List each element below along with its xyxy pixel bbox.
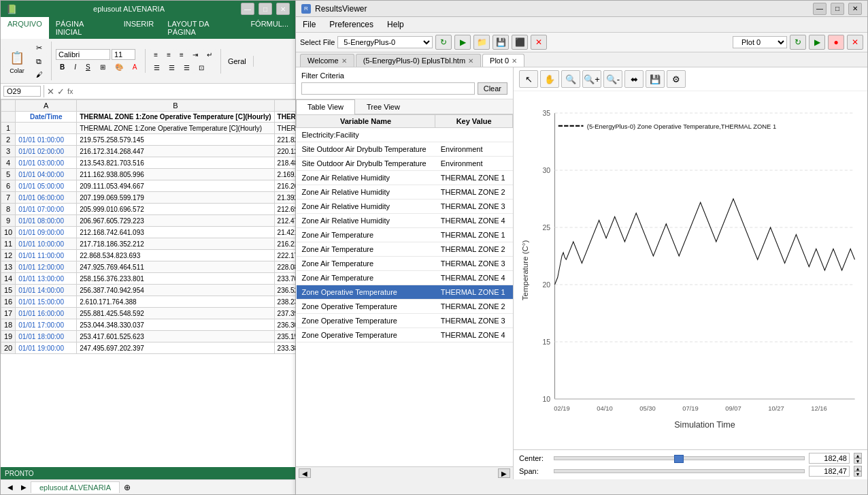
align-center-top[interactable]: ≡ bbox=[163, 49, 175, 61]
cell-a[interactable]: 01/01 19:00:00 bbox=[16, 342, 77, 354]
menu-file[interactable]: File bbox=[296, 18, 322, 31]
formula-input[interactable] bbox=[76, 86, 293, 96]
align-right[interactable]: ☰ bbox=[180, 62, 194, 74]
maximize-btn[interactable]: □ bbox=[258, 3, 272, 15]
align-right-top[interactable]: ≡ bbox=[176, 49, 188, 61]
plot-refresh[interactable]: ↻ bbox=[790, 35, 806, 50]
font-input[interactable]: Calibri bbox=[56, 49, 110, 60]
cell-b[interactable]: 212.168.742.641.093 bbox=[77, 227, 274, 238]
cell-c[interactable]: 216.268.861.705 bbox=[274, 180, 295, 192]
cell-a[interactable]: 01/01 09:00:00 bbox=[16, 227, 77, 238]
refresh-btn[interactable]: ↻ bbox=[435, 35, 452, 50]
cell-a[interactable]: 01/01 03:00:00 bbox=[16, 157, 77, 169]
cell-c[interactable]: 237.394.725.204.232 bbox=[274, 308, 295, 319]
rv-close[interactable]: ✕ bbox=[848, 3, 862, 15]
list-item[interactable]: Zone Air Temperature THERMAL ZONE 4 bbox=[297, 271, 513, 285]
cell-a[interactable]: 01/01 01:00:00 bbox=[16, 134, 77, 146]
center-up[interactable]: ▲ bbox=[854, 453, 862, 458]
wrap-btn[interactable]: ↵ bbox=[203, 49, 216, 61]
cell-b[interactable]: 253.417.601.525.623 bbox=[77, 331, 274, 342]
list-item[interactable]: Zone Air Relative Humidity THERMAL ZONE … bbox=[297, 185, 513, 199]
span-slider[interactable] bbox=[554, 469, 805, 473]
menu-preferences[interactable]: Preferences bbox=[322, 18, 380, 31]
center-slider[interactable] bbox=[554, 456, 805, 460]
cell-b[interactable]: 258.156.376.233.801 bbox=[77, 273, 274, 285]
plot-forward[interactable]: ▶ bbox=[809, 35, 825, 50]
col-a-header[interactable]: A bbox=[16, 100, 77, 112]
list-item[interactable]: Site Outdoor Air Drybulb Temperature Env… bbox=[297, 142, 513, 157]
cell-a[interactable]: 01/01 13:00:00 bbox=[16, 273, 77, 285]
tab-plot0[interactable]: Plot 0 ✕ bbox=[482, 54, 524, 67]
cell-c[interactable]: 212.474.434.297.512 bbox=[274, 215, 295, 227]
cell-b[interactable]: 211.162.938.805.996 bbox=[77, 169, 274, 180]
cell-a[interactable]: 01/01 17:00:00 bbox=[16, 319, 77, 331]
menu-help[interactable]: Help bbox=[380, 18, 411, 31]
cell-a[interactable]: 01/01 14:00:00 bbox=[16, 285, 77, 296]
span-value[interactable]: 182,47 bbox=[809, 466, 850, 477]
cell-c1[interactable]: THERMAL ZONE 2:Zone T Operative Temperat… bbox=[274, 112, 295, 123]
select-btn[interactable]: 🔍 bbox=[561, 70, 580, 88]
copy-btn[interactable]: ⧉ bbox=[32, 55, 47, 68]
cell-a[interactable]: 01/01 04:00:00 bbox=[16, 169, 77, 180]
cell-a[interactable]: 01/01 07:00:00 bbox=[16, 204, 77, 215]
list-item[interactable]: Zone Air Temperature THERMAL ZONE 3 bbox=[297, 257, 513, 271]
list-item[interactable]: Zone Air Relative Humidity THERMAL ZONE … bbox=[297, 171, 513, 185]
cell-b[interactable]: 209.111.053.494.667 bbox=[77, 180, 274, 192]
cursor-btn[interactable]: ↖ bbox=[519, 70, 538, 88]
tab-welcome[interactable]: Welcome ✕ bbox=[300, 54, 354, 67]
align-center[interactable]: ☰ bbox=[165, 62, 179, 74]
cell-b[interactable]: 217.718.186.352.212 bbox=[77, 238, 274, 250]
cell-b[interactable]: 247.925.769.464.511 bbox=[77, 261, 274, 273]
cell-c[interactable]: 235.151.280.464.576 bbox=[274, 331, 295, 342]
save-btn[interactable]: 💾 bbox=[493, 35, 509, 50]
plot-stop2[interactable]: ✕ bbox=[847, 35, 863, 50]
minimize-btn[interactable]: — bbox=[241, 3, 254, 15]
cell-c[interactable]: 212.695.104.150.194 bbox=[274, 204, 295, 215]
cut-btn[interactable]: ✂ bbox=[32, 42, 47, 54]
menu-arquivo[interactable]: ARQUIVO bbox=[1, 17, 49, 39]
close-btn[interactable]: ✕ bbox=[276, 3, 290, 15]
forward-btn[interactable]: ▶ bbox=[454, 35, 471, 50]
scroll-right-arrow[interactable]: ▶ bbox=[498, 468, 510, 478]
list-item[interactable]: Site Outdoor Air Drybulb Temperature Env… bbox=[297, 157, 513, 171]
cell-c[interactable]: 236.302.226.201.623 bbox=[274, 319, 295, 331]
cell-b1[interactable]: THERMAL ZONE 1:Zone Operative Temperatur… bbox=[77, 112, 274, 123]
cell-c[interactable]: 221.827.810.669.674 bbox=[274, 134, 295, 146]
cell-c[interactable]: 2.169.212.318.072 bbox=[274, 169, 295, 180]
list-item[interactable]: Zone Operative Temperature THERMAL ZONE … bbox=[297, 285, 513, 300]
col-c-header[interactable]: C bbox=[274, 100, 295, 112]
filter-input[interactable] bbox=[301, 82, 475, 95]
cell-b[interactable]: 2.610.171.764.388 bbox=[77, 296, 274, 308]
font-size-input[interactable]: 11 bbox=[112, 49, 135, 60]
cell-c[interactable]: 220.122.365.076.232 bbox=[274, 146, 295, 157]
cell-b[interactable]: THERMAL ZONE 1:Zone Operative Temperatur… bbox=[77, 123, 274, 134]
cancel-formula[interactable]: ✕ bbox=[47, 86, 54, 97]
format-btn[interactable]: 🖌 bbox=[32, 69, 47, 80]
stop-btn[interactable]: ⬛ bbox=[512, 35, 528, 50]
underline-btn[interactable]: S bbox=[82, 61, 95, 73]
tab-tree-view[interactable]: Tree View bbox=[355, 99, 412, 114]
cell-reference[interactable]: O29 bbox=[3, 86, 41, 97]
menu-formula[interactable]: FÓRMUL... bbox=[244, 17, 295, 39]
save-plot-btn[interactable]: 💾 bbox=[646, 70, 665, 88]
menu-pagina[interactable]: PÁGINA INICIAL bbox=[49, 17, 117, 39]
cell-b[interactable]: 253.044.348.330.037 bbox=[77, 319, 274, 331]
cell-b[interactable]: 206.967.605.729.223 bbox=[77, 215, 274, 227]
cell-c[interactable]: 21.421.920.048.757 bbox=[274, 227, 295, 238]
list-item[interactable]: Zone Air Temperature THERMAL ZONE 2 bbox=[297, 242, 513, 257]
font-color-btn[interactable]: A bbox=[129, 61, 141, 73]
tab-plot0-close[interactable]: ✕ bbox=[512, 57, 517, 65]
cell-c[interactable]: 21.392.492.917.093 bbox=[274, 192, 295, 204]
cell-a[interactable]: 01/01 15:00:00 bbox=[16, 296, 77, 308]
cell-b[interactable]: 22.868.534.823.693 bbox=[77, 250, 274, 261]
span-down[interactable]: ▼ bbox=[854, 471, 862, 477]
cell-c[interactable]: 236.520.019.540.506 bbox=[274, 285, 295, 296]
fill-btn[interactable]: 🎨 bbox=[111, 61, 127, 73]
paste-btn[interactable]: 📋 bbox=[3, 48, 31, 67]
cell-a[interactable]: 01/01 06:00:00 bbox=[16, 192, 77, 204]
scroll-left-arrow[interactable]: ◀ bbox=[299, 468, 311, 478]
rv-minimize[interactable]: — bbox=[813, 3, 827, 15]
cell-b[interactable]: 247.495.697.202.397 bbox=[77, 342, 274, 354]
spreadsheet[interactable]: A B C Date/Time THERMAL ZONE 1:Zone Oper… bbox=[1, 99, 295, 494]
cell-a[interactable]: 01/01 11:00:00 bbox=[16, 250, 77, 261]
